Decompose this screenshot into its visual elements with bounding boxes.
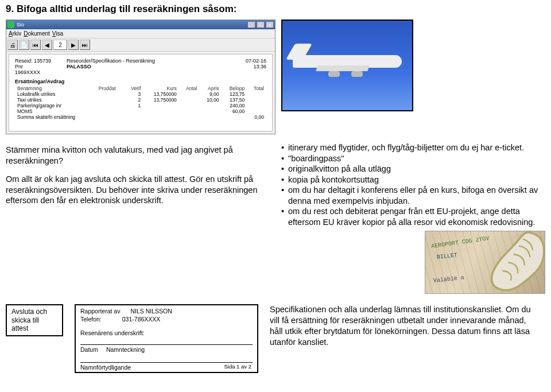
table-row: Lokaltrafik utrikes313,7500009,00123,75	[15, 91, 266, 97]
namnteckning-label: Namnteckning	[106, 346, 145, 353]
system-name: PALASSO	[67, 64, 226, 69]
table-row: Taxi utrikes213,75000010,00137,50	[15, 97, 266, 103]
submit-line2: skicka till attest	[11, 316, 57, 333]
table-row: MOMS60,00	[15, 108, 266, 114]
page-heading: 9. Bifoga alltid underlag till reseräkni…	[6, 3, 545, 15]
print-icon[interactable]: 🖨	[7, 40, 18, 50]
minimize-button[interactable]: _	[247, 21, 255, 28]
spec-title: Reseorder/Specifikation - Reseräkning	[67, 58, 226, 64]
app-icon	[7, 21, 14, 28]
col-benamning: Benämning	[15, 86, 96, 91]
right-bullets-column: itinerary med flygtider, och flyg/tåg-bi…	[281, 142, 545, 294]
specification-paragraph: Specifikationen och alla underlag lämnas…	[270, 304, 534, 347]
col-belopp: Belopp	[221, 86, 247, 91]
bullet-cardcopy: kopia på kontokortsuttag	[281, 174, 545, 185]
page-indicator: Sida 1 av 2	[224, 363, 251, 370]
airplane-image	[281, 20, 413, 111]
finish-paragraph: Om allt är ok kan jag avsluta och skicka…	[6, 174, 270, 206]
submit-button[interactable]: Avsluta och skicka till attest	[6, 304, 63, 336]
first-page-icon[interactable]: ⏮	[30, 40, 41, 50]
document-preview: Reseid: 135739 Pnr 1969XXXX Reseorder/Sp…	[9, 54, 273, 131]
close-button[interactable]: ×	[266, 21, 274, 28]
copy-icon[interactable]: 📄	[19, 40, 29, 50]
prev-page-icon[interactable]: ◀	[42, 40, 52, 50]
top-images-row: Sio _ □ × Arkiv Dokument Visa 🖨 📄 ⏮ ◀ 2 …	[6, 20, 545, 134]
col-antal: Antal	[179, 86, 200, 91]
pnr-value: 1969XXXX	[15, 69, 40, 75]
toolbar: 🖨 📄 ⏮ ◀ 2 ▶ ⏭	[6, 38, 275, 52]
expense-app-window: Sio _ □ × Arkiv Dokument Visa 🖨 📄 ⏮ ◀ 2 …	[6, 20, 276, 134]
col-total: Total	[247, 86, 266, 91]
app-title: Sio	[17, 22, 24, 28]
signature-box: Rapporterat av NILS NILSSON Telefon: 031…	[75, 304, 258, 373]
boardingpass-image: AEROPORT CDG 2TGV BILLET Valable a	[425, 231, 545, 294]
doc-date: 07-02-16	[226, 58, 266, 64]
expense-table: Benämning Proddat Verif Kurs Antal Apris…	[15, 86, 266, 120]
rapporterat-label: Rapporterat av	[80, 308, 120, 315]
submit-line1: Avsluta och	[11, 308, 57, 316]
menu-visa[interactable]: Visa	[52, 30, 63, 37]
datum-label: Datum	[80, 346, 98, 353]
bullet-eu: om du rest och debiterat pengar från ett…	[281, 206, 545, 227]
pnr-label: Pnr	[15, 64, 23, 69]
page-number-field[interactable]: 2	[53, 40, 67, 50]
menu-bar: Arkiv Dokument Visa	[6, 29, 275, 38]
check-paragraph: Stämmer mina kvitton och valutakurs, med…	[6, 145, 270, 166]
bullet-conference: om du har deltagit i konferens eller på …	[281, 185, 545, 206]
col-apris: Apris	[199, 86, 221, 91]
bullet-itinerary: itinerary med flygtider, och flyg/tåg-bi…	[281, 142, 545, 153]
telefon-label: Telefon:	[80, 316, 102, 323]
col-verif: Verif	[125, 86, 143, 91]
signature-line	[80, 339, 253, 345]
left-text-column: Stämmer mina kvitton och valutakurs, med…	[6, 142, 270, 294]
rapporterat-name: NILS NILSSON	[123, 308, 172, 315]
col-proddat: Proddat	[96, 86, 125, 91]
table-row: Summa skattefri ersättning0,00	[15, 114, 266, 120]
table-row: Parkering/garage inr1240,00	[15, 103, 266, 108]
bullet-boardingpass: "boardingpass"	[281, 153, 545, 164]
col-kurs: Kurs	[143, 86, 179, 91]
reseid-value: 135739	[34, 58, 51, 64]
reseid-label: Reseid:	[15, 58, 33, 64]
menu-dokument[interactable]: Dokument	[24, 30, 50, 37]
resenar-label: Resenärens underskrift:	[80, 329, 253, 336]
shoe-stamp-icon	[475, 231, 545, 294]
last-page-icon[interactable]: ⏭	[80, 40, 90, 50]
maximize-button[interactable]: □	[257, 21, 265, 28]
next-page-icon[interactable]: ▶	[68, 40, 79, 50]
window-titlebar: Sio _ □ ×	[6, 20, 275, 29]
bullet-receipts: originalkvitton på alla utlägg	[281, 164, 545, 174]
doc-time: 13:36	[226, 64, 266, 69]
clarification-line	[80, 356, 253, 363]
telefon-value: 031-786XXXX	[105, 316, 161, 323]
menu-arkiv[interactable]: Arkiv	[9, 30, 21, 37]
section-heading: Ersättningar/Avdrag	[15, 79, 266, 84]
